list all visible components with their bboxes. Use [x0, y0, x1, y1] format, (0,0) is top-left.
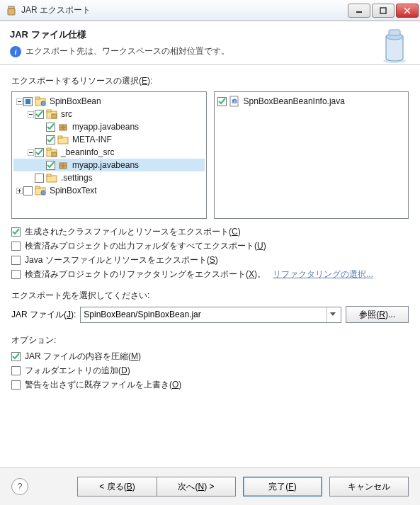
checkbox[interactable] [11, 352, 21, 361]
svg-rect-19 [52, 114, 57, 118]
checkbox[interactable] [23, 186, 33, 195]
options-label: オプション: [11, 334, 409, 346]
checkbox[interactable] [11, 256, 21, 265]
twisty-none [38, 161, 46, 169]
svg-rect-1 [8, 6, 14, 8]
checkbox[interactable] [46, 123, 55, 132]
svg-rect-11 [25, 99, 30, 104]
project-icon [35, 185, 46, 196]
tree-item[interactable]: myapp.javabeans [13, 159, 205, 171]
srcfolder-icon [46, 147, 57, 158]
checkbox[interactable] [46, 135, 55, 144]
page-description: エクスポート先は、ワークスペースの相対位置です。 [25, 45, 229, 57]
svg-point-40 [41, 191, 45, 195]
titlebar: JAR エクスポート [0, 0, 420, 21]
checkbox[interactable] [217, 97, 227, 106]
jar-app-icon [6, 5, 17, 16]
option-label[interactable]: 生成されたクラスファイルとリソースをエクスポート(C) [25, 226, 241, 238]
jar-file-combo[interactable] [80, 307, 341, 323]
option-label[interactable]: 検査済みプロジェクトのリファクタリングをエクスポート(X)。 [25, 268, 266, 280]
option-label[interactable]: 警告を出さずに既存ファイルを上書き(O) [25, 379, 181, 391]
collapse-icon[interactable] [15, 97, 23, 106]
tree-label: src [59, 109, 74, 119]
option-label[interactable]: Java ソースファイルとリソースをエクスポート(S) [25, 254, 218, 266]
jar-file-input[interactable] [84, 310, 327, 319]
folder-icon [46, 172, 57, 183]
tree-item[interactable]: myapp.javabeans [13, 120, 205, 133]
twisty-none [38, 135, 46, 144]
collapse-icon[interactable] [26, 148, 35, 157]
minimize-button[interactable] [348, 4, 370, 18]
checkbox[interactable] [11, 366, 21, 375]
svg-rect-39 [35, 186, 40, 188]
refactoring-link[interactable]: リファクタリングの選択... [273, 268, 373, 280]
collapse-icon[interactable] [26, 110, 35, 118]
back-button[interactable]: < 戻る(B) [77, 477, 157, 497]
page-title: JAR ファイル仕様 [10, 28, 410, 41]
info-icon: i [10, 46, 21, 57]
window-title: JAR エクスポート [21, 4, 348, 16]
file-item[interactable]: JSpnBoxBeanBeanInfo.java [216, 95, 407, 108]
checkbox[interactable] [11, 270, 21, 279]
tree-label: myapp.javabeans [71, 122, 140, 132]
package-icon [57, 121, 69, 132]
checkbox[interactable] [35, 174, 44, 183]
tree-label: SpinBoxBean [48, 96, 103, 106]
close-button[interactable] [396, 4, 419, 18]
option-label[interactable]: JAR ファイルの内容を圧縮(M) [25, 351, 141, 363]
jar-option-row: 警告を出さずに既存ファイルを上書き(O) [11, 379, 409, 391]
tree-label: META-INF [71, 135, 113, 144]
wizard-footer: ? < 戻る(B) 次へ(N) > 完了(F) キャンセル [0, 467, 420, 505]
checkbox[interactable] [35, 110, 44, 119]
resource-tree-left[interactable]: SpinBoxBeansrcmyapp.javabeansMETA-INF_be… [11, 91, 207, 219]
tree-item[interactable]: _beaninfo_src [13, 146, 205, 159]
resources-label: エクスポートするリソースの選択(E): [11, 75, 409, 87]
export-option-row: 生成されたクラスファイルとリソースをエクスポート(C) [11, 226, 409, 238]
twisty-none [26, 174, 35, 182]
checkbox[interactable] [11, 380, 21, 390]
option-label[interactable]: 検査済みプロジェクトの出力フォルダをすべてエクスポート(U) [25, 240, 266, 252]
export-option-row: 検査済みプロジェクトのリファクタリングをエクスポート(X)。リファクタリングの選… [11, 268, 409, 280]
checkbox[interactable] [11, 227, 21, 237]
checkbox[interactable] [23, 97, 33, 106]
next-button[interactable]: 次へ(N) > [157, 477, 236, 497]
svg-rect-13 [35, 97, 40, 99]
export-option-row: Java ソースファイルとリソースをエクスポート(S) [11, 254, 409, 266]
resource-tree-right[interactable]: JSpnBoxBeanBeanInfo.java [214, 91, 409, 219]
project-icon [35, 96, 46, 107]
svg-rect-34 [47, 174, 51, 176]
package-icon [57, 159, 69, 171]
svg-rect-28 [47, 148, 51, 150]
svg-rect-18 [47, 110, 51, 112]
tree-item[interactable]: .settings [13, 171, 205, 184]
jar-option-row: JAR ファイルの内容を圧縮(M) [11, 351, 409, 363]
tree-label: .settings [59, 173, 94, 183]
help-button[interactable]: ? [11, 478, 28, 495]
tree-label: myapp.javabeans [71, 160, 140, 170]
tree-item[interactable]: META-INF [13, 133, 205, 146]
tree-item[interactable]: SpinBoxText [13, 184, 205, 197]
finish-button[interactable]: 完了(F) [243, 477, 322, 497]
combo-dropdown-icon[interactable] [327, 307, 338, 322]
svg-rect-29 [52, 152, 57, 157]
svg-rect-8 [389, 30, 400, 35]
checkbox[interactable] [35, 148, 44, 157]
file-label: SpnBoxBeanBeanInfo.java [242, 96, 346, 106]
jar-file-label: JAR ファイル(J): [11, 309, 76, 321]
browse-button[interactable]: 参照(R)... [346, 306, 409, 323]
twisty-none [38, 123, 46, 131]
wizard-header: JAR ファイル仕様 i エクスポート先は、ワークスペースの相対位置です。 [0, 21, 420, 65]
cancel-button[interactable]: キャンセル [329, 477, 409, 497]
maximize-button[interactable] [372, 4, 395, 18]
tree-label: SpinBoxText [48, 186, 98, 195]
checkbox[interactable] [11, 242, 21, 251]
checkbox[interactable] [46, 161, 55, 170]
jar-option-row: フォルダエントリの追加(D) [11, 365, 409, 377]
expand-icon[interactable] [15, 186, 23, 195]
tree-item[interactable]: SpinBoxBean [13, 95, 205, 108]
destination-label: エクスポート先を選択してください: [11, 290, 409, 302]
svg-rect-0 [8, 8, 15, 15]
option-label[interactable]: フォルダエントリの追加(D) [25, 365, 130, 377]
tree-item[interactable]: src [13, 108, 205, 120]
svg-text:J: J [233, 100, 235, 104]
